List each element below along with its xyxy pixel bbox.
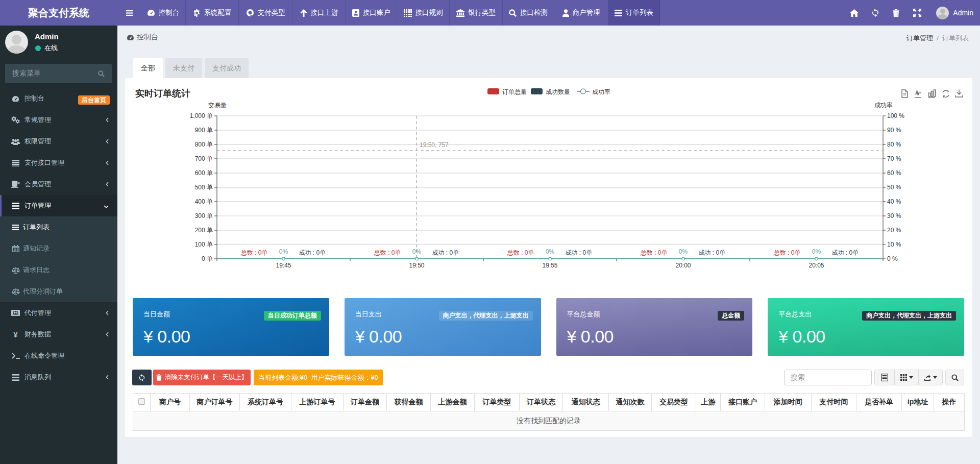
svg-text:成功率: 成功率 <box>592 88 610 95</box>
svg-text:30 %: 30 % <box>887 212 901 219</box>
svg-text:80 %: 80 % <box>887 141 901 148</box>
svg-text:10 %: 10 % <box>887 241 901 248</box>
svg-text:成功 : 0单: 成功 : 0单 <box>699 249 726 256</box>
svg-text:20 %: 20 % <box>887 227 901 234</box>
svg-text:400 单: 400 单 <box>195 198 213 205</box>
svg-text:0%: 0% <box>546 248 555 255</box>
svg-text:900 单: 900 单 <box>195 127 213 134</box>
svg-text:总数 : 0单: 总数 : 0单 <box>374 249 401 256</box>
svg-text:200 单: 200 单 <box>195 227 213 234</box>
svg-text:总数 : 0单: 总数 : 0单 <box>773 249 801 256</box>
svg-text:20:00: 20:00 <box>675 262 691 269</box>
svg-text:0%: 0% <box>412 248 422 255</box>
svg-text:19:55: 19:55 <box>542 262 557 269</box>
svg-text:成功率: 成功率 <box>874 102 893 109</box>
svg-text:300 单: 300 单 <box>195 212 213 219</box>
svg-text:成功数量: 成功数量 <box>546 88 570 95</box>
svg-text:总数 : 0单: 总数 : 0单 <box>507 249 534 256</box>
svg-text:0%: 0% <box>679 248 688 255</box>
svg-text:600 单: 600 单 <box>195 169 213 177</box>
svg-text:70 %: 70 % <box>887 155 901 162</box>
svg-text:0 %: 0 % <box>887 255 898 262</box>
svg-text:50 %: 50 % <box>887 184 901 191</box>
svg-text:500 单: 500 单 <box>195 184 213 191</box>
svg-text:100 %: 100 % <box>887 112 904 119</box>
svg-text:交易量: 交易量 <box>208 102 227 109</box>
svg-text:800 单: 800 单 <box>195 141 213 148</box>
svg-text:总数 : 0单: 总数 : 0单 <box>640 249 668 256</box>
svg-text:总数 : 0单: 总数 : 0单 <box>240 249 268 256</box>
svg-text:100 单: 100 单 <box>195 241 213 248</box>
svg-text:成功 : 0单: 成功 : 0单 <box>832 249 859 256</box>
svg-text:19:50: 19:50 <box>409 262 424 269</box>
svg-text:20:05: 20:05 <box>808 262 824 269</box>
svg-text:90 %: 90 % <box>887 127 901 134</box>
svg-text:0%: 0% <box>279 248 288 255</box>
svg-text:成功 : 0单: 成功 : 0单 <box>299 249 326 256</box>
svg-text:40 %: 40 % <box>887 198 901 205</box>
svg-text:1,000 单: 1,000 单 <box>190 112 213 119</box>
svg-text:0%: 0% <box>812 248 821 255</box>
svg-text:60 %: 60 % <box>887 169 901 177</box>
svg-text:成功 : 0单: 成功 : 0单 <box>432 249 459 256</box>
svg-text:700 单: 700 单 <box>195 155 213 162</box>
svg-text:订单总量: 订单总量 <box>502 88 527 95</box>
svg-text:实时订单统计: 实时订单统计 <box>135 88 190 99</box>
svg-text:19:45: 19:45 <box>276 262 291 269</box>
svg-text:成功 : 0单: 成功 : 0单 <box>566 249 593 256</box>
svg-text:19:50, 757: 19:50, 757 <box>420 141 449 149</box>
svg-text:0 单: 0 单 <box>202 255 213 262</box>
